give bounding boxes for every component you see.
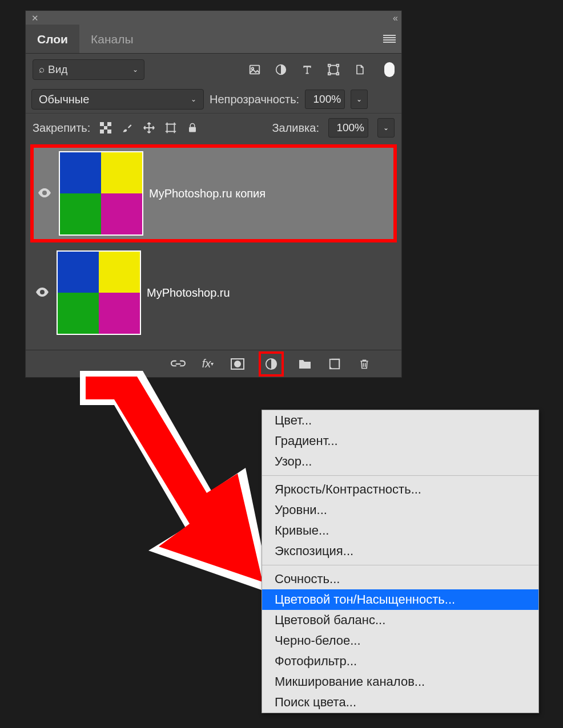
svg-rect-13 (107, 130, 111, 134)
menu-item[interactable]: Фотофильтр... (262, 651, 538, 672)
layer-filter-icons (248, 62, 395, 77)
tab-layers[interactable]: Слои (26, 25, 79, 53)
filter-adjustment-icon[interactable] (275, 63, 287, 76)
fill-label: Заливка: (272, 122, 319, 135)
menu-item[interactable]: Черно-белое... (262, 630, 538, 651)
search-icon: ⌕ (39, 64, 45, 75)
svg-marker-20 (80, 371, 271, 593)
panel-menu-icon[interactable] (377, 25, 401, 53)
visibility-icon[interactable] (34, 286, 51, 300)
fill-value[interactable]: 100% (328, 118, 368, 137)
adjustment-layer-menu: Цвет... Градиент... Узор... Яркость/Конт… (262, 410, 539, 713)
menu-item[interactable]: Цветовой баланс... (262, 610, 538, 630)
filter-smartobject-icon[interactable] (353, 63, 366, 76)
filter-text-icon[interactable] (301, 63, 313, 76)
menu-item[interactable]: Яркость/Контрастность... (262, 479, 538, 500)
menu-item-hue-saturation[interactable]: Цветовой тон/Насыщенность... (262, 589, 538, 610)
tab-channels[interactable]: Каналы (79, 25, 145, 53)
opacity-label: Непрозрачность: (210, 93, 299, 106)
opacity-chev-icon[interactable]: ⌄ (351, 90, 368, 109)
lock-all-icon[interactable] (186, 122, 199, 134)
filter-image-icon[interactable] (248, 63, 261, 76)
svg-point-17 (235, 361, 240, 367)
svg-rect-15 (189, 127, 196, 132)
menu-item[interactable]: Сочность... (262, 569, 538, 589)
layer-thumbnail (59, 151, 143, 236)
chevron-down-icon: ⌄ (132, 66, 138, 74)
close-icon[interactable]: ✕ (31, 13, 39, 23)
menu-item[interactable]: Цвет... (262, 410, 538, 431)
layers-bottom-toolbar: fx▾ (26, 350, 401, 377)
menu-separator (262, 475, 538, 476)
new-layer-icon[interactable] (326, 355, 343, 373)
svg-rect-6 (328, 73, 331, 75)
menu-item[interactable]: Поиск цвета... (262, 692, 538, 713)
lock-move-icon[interactable] (143, 122, 155, 134)
svg-rect-5 (337, 64, 339, 67)
opacity-value[interactable]: 100% (305, 90, 345, 109)
filter-toggle[interactable] (384, 62, 395, 77)
adjustment-layer-icon[interactable] (259, 351, 284, 377)
lock-brush-icon[interactable] (121, 122, 134, 134)
layer-thumbnail (57, 250, 141, 335)
blend-mode-label: Обычные (39, 93, 89, 106)
svg-rect-11 (104, 126, 107, 130)
layer-fx-icon[interactable]: fx▾ (199, 355, 216, 373)
menu-separator (262, 565, 538, 565)
layer-row[interactable]: MyPhotoshop.ru (30, 247, 397, 338)
layer-name[interactable]: MyPhotoshop.ru копия (149, 187, 266, 200)
visibility-icon[interactable] (36, 187, 53, 200)
lock-artboard-icon[interactable] (164, 122, 177, 134)
trash-icon[interactable] (356, 355, 373, 373)
panel-body: ⌕ Вид ⌄ (26, 54, 401, 350)
chevron-down-icon: ⌄ (191, 95, 196, 103)
link-layers-icon[interactable] (170, 355, 187, 373)
menu-item[interactable]: Кривые... (262, 520, 538, 541)
menu-item[interactable]: Микширование каналов... (262, 672, 538, 692)
lock-pixels-icon[interactable] (99, 122, 112, 134)
svg-rect-9 (100, 122, 104, 126)
blend-mode-select[interactable]: Обычные ⌄ (31, 89, 204, 110)
layer-mask-icon[interactable] (229, 355, 246, 373)
svg-rect-14 (167, 124, 175, 132)
svg-rect-4 (328, 64, 331, 67)
svg-rect-12 (100, 130, 104, 134)
collapse-icon[interactable]: « (393, 13, 396, 23)
menu-item[interactable]: Экспозиция... (262, 541, 538, 561)
lock-label: Закрепить: (33, 122, 90, 135)
menu-item[interactable]: Уровни... (262, 500, 538, 520)
svg-rect-7 (337, 73, 339, 75)
menu-item[interactable]: Градиент... (262, 431, 538, 451)
svg-rect-0 (250, 66, 260, 74)
layer-row[interactable]: MyPhotoshop.ru копия (30, 144, 397, 242)
svg-marker-21 (86, 377, 263, 582)
layer-name[interactable]: MyPhotoshop.ru (147, 286, 230, 300)
panel-tabs: Слои Каналы (26, 25, 401, 54)
layers-panel: ✕ « Слои Каналы ⌕ Вид ⌄ (25, 10, 402, 378)
panel-header: ✕ « (26, 11, 401, 25)
layer-filter-label: Вид (48, 63, 67, 76)
svg-rect-19 (330, 359, 340, 369)
svg-rect-10 (107, 122, 111, 126)
fill-chev-icon[interactable]: ⌄ (377, 118, 395, 137)
filter-shape-icon[interactable] (327, 63, 340, 76)
layer-filter-select[interactable]: ⌕ Вид ⌄ (33, 59, 144, 80)
group-folder-icon[interactable] (296, 355, 313, 373)
menu-item[interactable]: Узор... (262, 451, 538, 472)
